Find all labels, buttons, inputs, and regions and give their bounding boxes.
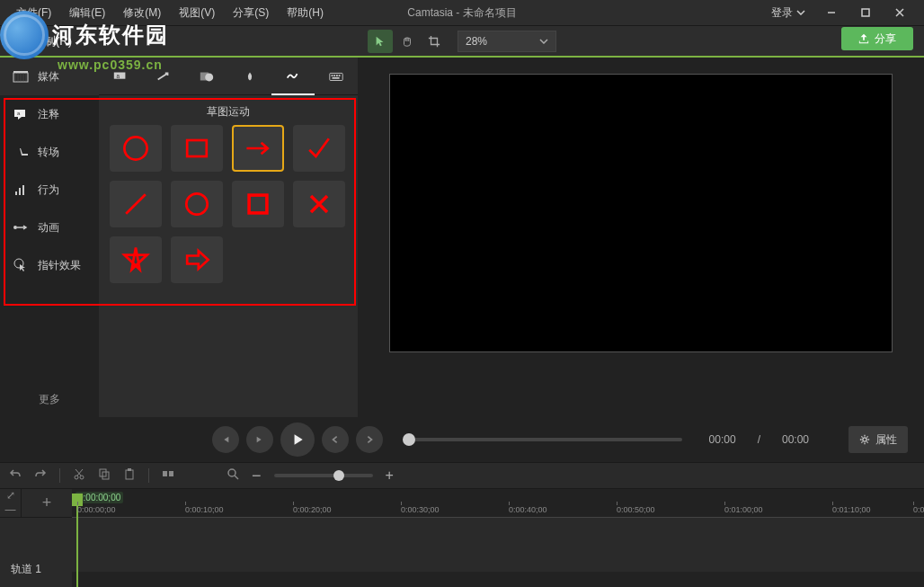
play-button[interactable] — [280, 422, 315, 457]
svg-rect-5 — [15, 191, 17, 195]
app-title: Camtasia - 未命名项目 — [407, 5, 516, 21]
shape-arrow-right[interactable] — [232, 125, 284, 172]
hand-tool[interactable] — [395, 30, 420, 53]
tab-arrow[interactable] — [142, 58, 185, 95]
shape-check[interactable] — [293, 125, 345, 172]
undo-button[interactable] — [9, 467, 22, 484]
menu-file[interactable]: 文件(F) — [7, 5, 60, 21]
tab-keystroke[interactable] — [315, 58, 358, 95]
track-label[interactable]: 轨道 1 — [0, 553, 72, 588]
shape-circle-outline[interactable] — [110, 125, 162, 172]
zoom-select[interactable]: 28% — [458, 31, 556, 52]
timeline-toolbar: − + — [0, 462, 924, 489]
svg-rect-6 — [19, 188, 21, 195]
tick: 0:00:30;00 — [401, 505, 440, 514]
sidebar-more[interactable]: 更多 — [0, 381, 99, 417]
seek-slider[interactable] — [403, 438, 682, 441]
maximize-button[interactable] — [848, 0, 883, 25]
sidebar-item-media[interactable]: 媒体 — [0, 58, 99, 95]
svg-point-22 — [186, 193, 207, 214]
close-button[interactable] — [883, 0, 917, 25]
zoom-value: 28% — [466, 35, 487, 48]
svg-point-24 — [863, 438, 866, 441]
timeline: ⤢ — + 轨道 1 0:00:00;00 0:00:00;00 0:00:10… — [0, 489, 924, 587]
minimize-button[interactable] — [814, 0, 848, 25]
time-separator: / — [758, 433, 760, 446]
tick: 0:01:10;00 — [832, 505, 871, 514]
annotation-icon: a — [13, 108, 29, 120]
sidebar-label-media: 媒体 — [38, 69, 59, 84]
svg-point-25 — [75, 476, 78, 479]
shape-star[interactable] — [110, 236, 162, 283]
shape-arrow-block[interactable] — [171, 236, 223, 283]
sidebar-item-cursor[interactable]: 指针效果 — [0, 246, 99, 284]
svg-point-33 — [228, 469, 235, 476]
share-label: 分享 — [875, 31, 896, 47]
shape-x[interactable] — [293, 181, 345, 227]
properties-button[interactable]: 属性 — [848, 426, 908, 453]
player-controls: 00:00 / 00:00 属性 — [0, 417, 924, 462]
sidebar-label-animation: 动画 — [38, 220, 59, 236]
svg-rect-2 — [13, 71, 28, 73]
next-frame-button[interactable] — [246, 426, 273, 453]
menu-help[interactable]: 帮助(H) — [278, 5, 333, 21]
shape-circle-outline-2[interactable] — [171, 181, 223, 227]
zoom-slider[interactable] — [274, 474, 373, 477]
sidebar-label-cursor: 指针效果 — [38, 258, 81, 273]
timeline-ruler[interactable]: 0:00:00;00 0:00:00;00 0:00:10;00 0:00:20… — [72, 489, 924, 518]
sidebar-item-annotation[interactable]: a 注释 — [0, 95, 99, 133]
collapse-tracks-button[interactable]: — — [0, 503, 21, 517]
sidebar-label-annotation: 注释 — [38, 107, 59, 122]
sidebar-label-behavior: 行为 — [38, 182, 59, 198]
gear-icon — [859, 434, 870, 445]
menu-view[interactable]: 视图(V) — [170, 5, 224, 21]
svg-rect-15 — [332, 75, 333, 76]
sidebar-label-transition: 转场 — [38, 145, 59, 160]
tab-shape[interactable] — [185, 58, 228, 95]
share-button[interactable]: 分享 — [841, 27, 913, 50]
shape-square-outline[interactable] — [171, 125, 223, 172]
sidebar-item-behavior[interactable]: 行为 — [0, 171, 99, 209]
add-track-button[interactable]: + — [22, 488, 72, 517]
tab-blur[interactable] — [228, 58, 271, 95]
paste-button[interactable] — [123, 467, 136, 484]
menu-modify[interactable]: 修改(M) — [114, 5, 170, 21]
cut-button[interactable] — [73, 467, 85, 484]
tab-callout[interactable]: a — [99, 58, 142, 95]
split-button[interactable] — [162, 467, 174, 484]
svg-rect-7 — [22, 185, 24, 195]
svg-rect-30 — [128, 468, 131, 471]
svg-point-26 — [80, 476, 84, 479]
expand-tracks-button[interactable]: ⤢ — [0, 488, 21, 503]
record-button[interactable]: 录制(R) — [5, 29, 79, 54]
crop-tool[interactable] — [422, 30, 447, 53]
menu-share[interactable]: 分享(S) — [224, 5, 278, 21]
chevron-down-icon — [796, 10, 805, 15]
shape-line[interactable] — [110, 181, 162, 227]
sidebar-item-transition[interactable]: 转场 — [0, 133, 99, 171]
timeline-tracks[interactable]: 0:00:00;00 0:00:00;00 0:00:10;00 0:00:20… — [72, 489, 924, 587]
shape-square-bold[interactable] — [232, 181, 284, 227]
media-icon — [13, 70, 29, 83]
svg-rect-17 — [336, 75, 338, 76]
zoom-in-button[interactable]: + — [386, 467, 394, 484]
preview-canvas[interactable] — [389, 74, 893, 352]
sidebar-item-animation[interactable]: 动画 — [0, 209, 99, 246]
menu-edit[interactable]: 编辑(E) — [60, 5, 114, 21]
copy-button[interactable] — [98, 467, 111, 484]
redo-button[interactable] — [34, 467, 47, 484]
canvas-area — [358, 58, 924, 417]
track-1[interactable] — [72, 518, 924, 572]
prev-frame-button[interactable] — [212, 426, 239, 453]
next-marker-button[interactable] — [356, 426, 383, 453]
chevron-down-icon — [539, 39, 548, 44]
login-label: 登录 — [771, 5, 793, 21]
select-tool[interactable] — [368, 30, 393, 53]
tab-sketch[interactable] — [271, 58, 315, 95]
zoom-out-button[interactable]: − — [252, 467, 262, 485]
canvas-tools: 28% — [368, 30, 556, 53]
svg-rect-31 — [163, 471, 167, 476]
prev-marker-button[interactable] — [322, 426, 349, 453]
login-button[interactable]: 登录 — [762, 5, 814, 21]
close-icon — [895, 8, 904, 17]
